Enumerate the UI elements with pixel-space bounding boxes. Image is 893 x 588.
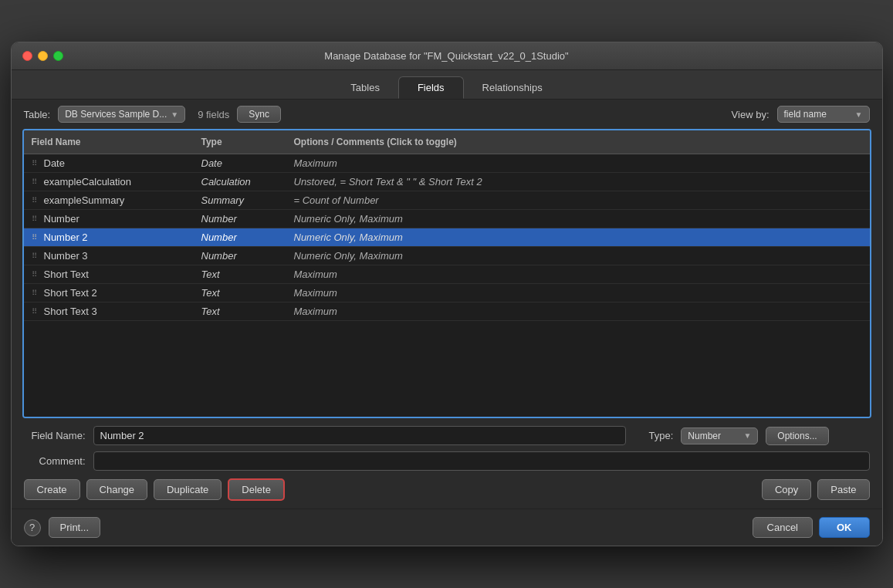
table-row[interactable]: ⠿ exampleSummary Summary = Count of Numb… — [24, 191, 870, 210]
cell-field-name: ⠿ Number — [24, 210, 194, 228]
footer-area: Field Name: Type: Number ▼ Options... Co… — [12, 418, 882, 509]
table-row[interactable]: ⠿ Number Number Numeric Only, Maximum — [24, 210, 870, 228]
tab-bar: Tables Fields Relationships — [12, 70, 882, 100]
traffic-lights — [22, 51, 63, 61]
copy-button[interactable]: Copy — [762, 479, 811, 500]
cell-field-name: ⠿ Date — [24, 154, 194, 172]
view-by-label: View by: — [732, 109, 770, 120]
cell-type: Summary — [194, 191, 286, 209]
cell-options: Numeric Only, Maximum — [286, 210, 870, 228]
drag-handle-icon: ⠿ — [32, 159, 37, 167]
create-button[interactable]: Create — [24, 479, 80, 500]
copy-paste-group: Copy Paste — [762, 479, 870, 500]
cell-type: Calculation — [194, 173, 286, 191]
change-button[interactable]: Change — [86, 479, 148, 500]
cell-options: Unstored, = Short Text & " " & Short Tex… — [286, 173, 870, 191]
table-row[interactable]: ⠿ Number 3 Number Numeric Only, Maximum — [24, 247, 870, 265]
window-title: Manage Database for "FM_Quickstart_v22_0… — [324, 50, 568, 62]
comment-label: Comment: — [24, 455, 86, 467]
field-name-row: Field Name: Type: Number ▼ Options... — [24, 426, 870, 445]
table-row[interactable]: ⠿ Short Text 2 Text Maximum — [24, 284, 870, 302]
delete-button[interactable]: Delete — [228, 478, 285, 501]
drag-handle-icon: ⠿ — [32, 289, 37, 297]
table-header: Field Name Type Options / Comments (Clic… — [24, 130, 870, 154]
cell-type: Text — [194, 302, 286, 320]
column-header-field-name: Field Name — [24, 133, 194, 150]
type-dropdown-arrow-icon: ▼ — [743, 431, 751, 440]
toolbar: Table: DB Services Sample D... ▼ 9 field… — [12, 100, 882, 129]
duplicate-button[interactable]: Duplicate — [154, 479, 222, 500]
close-button[interactable] — [22, 51, 32, 61]
ok-button[interactable]: OK — [819, 517, 870, 538]
cell-field-name: ⠿ exampleSummary — [24, 191, 194, 209]
maximize-button[interactable] — [53, 51, 63, 61]
field-name-label: Field Name: — [24, 430, 86, 441]
table-label: Table: — [24, 109, 51, 120]
cell-options: Maximum — [286, 302, 870, 320]
cell-options: = Count of Number — [286, 191, 870, 209]
cell-type: Number — [194, 228, 286, 246]
cell-field-name: ⠿ Number 3 — [24, 247, 194, 265]
title-bar: Manage Database for "FM_Quickstart_v22_0… — [12, 42, 882, 70]
comment-input[interactable] — [93, 451, 870, 471]
print-button[interactable]: Print... — [49, 517, 101, 538]
drag-handle-icon: ⠿ — [32, 196, 37, 204]
column-header-type: Type — [194, 133, 286, 150]
cell-type: Date — [194, 154, 286, 172]
tab-relationships[interactable]: Relationships — [464, 77, 561, 98]
cell-options: Numeric Only, Maximum — [286, 247, 870, 265]
cell-options: Numeric Only, Maximum — [286, 228, 870, 246]
table-row[interactable]: ⠿ Short Text 3 Text Maximum — [24, 302, 870, 321]
minimize-button[interactable] — [38, 51, 48, 61]
field-name-input[interactable] — [93, 426, 626, 445]
column-header-options: Options / Comments (Click to toggle) — [286, 133, 870, 150]
cell-type: Number — [194, 210, 286, 228]
cell-options: Maximum — [286, 284, 870, 302]
type-label: Type: — [649, 430, 674, 441]
tab-fields[interactable]: Fields — [398, 76, 464, 99]
dropdown-arrow-icon: ▼ — [171, 110, 178, 119]
drag-handle-icon: ⠿ — [32, 215, 37, 223]
options-button[interactable]: Options... — [766, 427, 828, 445]
drag-handle-icon: ⠿ — [32, 233, 37, 242]
cell-options: Maximum — [286, 265, 870, 283]
cell-options: Maximum — [286, 154, 870, 172]
main-window: Manage Database for "FM_Quickstart_v22_0… — [11, 42, 883, 546]
cell-field-name: ⠿ exampleCalculation — [24, 173, 194, 191]
fields-count: 9 fields — [198, 109, 229, 120]
help-button[interactable]: ? — [24, 519, 41, 536]
bottom-bar: ? Print... Cancel OK — [12, 509, 882, 546]
cell-type: Text — [194, 284, 286, 302]
table-row[interactable]: ⠿ Date Date Maximum — [24, 154, 870, 173]
table-dropdown[interactable]: DB Services Sample D... ▼ — [58, 106, 185, 123]
fields-table: Field Name Type Options / Comments (Clic… — [22, 129, 871, 418]
cell-field-name: ⠿ Number 2 — [24, 228, 194, 246]
table-row[interactable]: ⠿ exampleCalculation Calculation Unstore… — [24, 173, 870, 191]
sync-button[interactable]: Sync — [237, 106, 281, 123]
table-row[interactable]: ⠿ Number 2 Number Numeric Only, Maximum — [24, 228, 870, 247]
cell-field-name: ⠿ Short Text — [24, 265, 194, 283]
table-body: ⠿ Date Date Maximum ⠿ exampleCalculation… — [24, 154, 870, 417]
view-by-dropdown[interactable]: field name ▼ — [777, 106, 870, 123]
cell-field-name: ⠿ Short Text 2 — [24, 284, 194, 302]
comment-row: Comment: — [24, 451, 870, 471]
drag-handle-icon: ⠿ — [32, 252, 37, 260]
action-bar: Create Change Duplicate Delete Copy Past… — [24, 478, 870, 501]
cell-type: Number — [194, 247, 286, 265]
drag-handle-icon: ⠿ — [32, 307, 37, 316]
type-dropdown[interactable]: Number ▼ — [681, 427, 758, 444]
cell-field-name: ⠿ Short Text 3 — [24, 302, 194, 320]
tab-tables[interactable]: Tables — [332, 77, 398, 98]
paste-button[interactable]: Paste — [817, 479, 869, 500]
cancel-button[interactable]: Cancel — [753, 517, 813, 538]
cell-type: Text — [194, 265, 286, 283]
view-by-dropdown-arrow-icon: ▼ — [855, 110, 863, 119]
table-row[interactable]: ⠿ Short Text Text Maximum — [24, 265, 870, 284]
drag-handle-icon: ⠿ — [32, 177, 37, 186]
drag-handle-icon: ⠿ — [32, 270, 37, 279]
